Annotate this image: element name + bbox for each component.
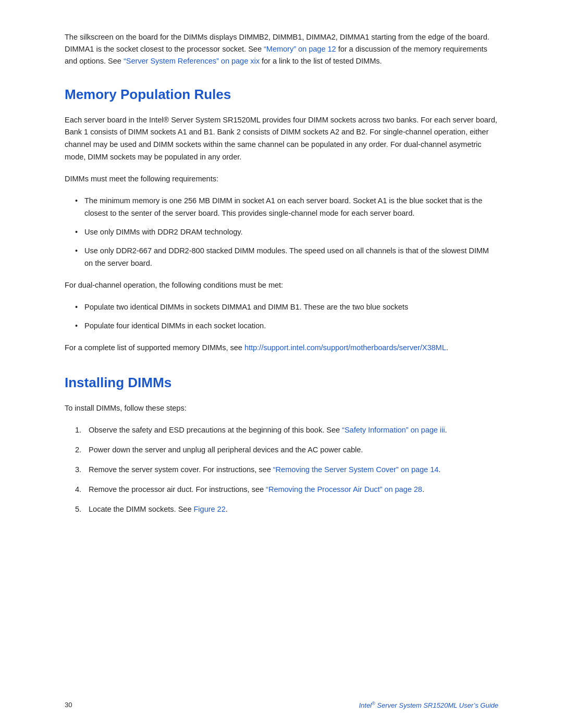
- memory-support-link[interactable]: http://support.intel.com/support/motherb…: [244, 343, 446, 352]
- footer-title: Intel® Server System SR1520ML User’s Gui…: [359, 701, 498, 709]
- server-cover-link[interactable]: “Removing the Server System Cover” on pa…: [273, 465, 439, 474]
- list-item: Remove the processor air duct. For instr…: [75, 484, 498, 496]
- dual-channel-list: Populate two identical DIMMs in sockets …: [75, 301, 498, 332]
- list-item: Remove the server system cover. For inst…: [75, 464, 498, 476]
- list-item: The minimum memory is one 256 MB DIMM in…: [75, 195, 498, 220]
- intro-link-memory[interactable]: “Memory” on page 12: [264, 45, 336, 53]
- page-container: The silkscreen on the board for the DIMM…: [0, 0, 563, 728]
- intro-paragraph: The silkscreen on the board for the DIMM…: [65, 31, 498, 68]
- list-item: Use only DIMMs with DDR2 DRAM technology…: [75, 226, 498, 239]
- requirements-intro: DIMMs must meet the following requiremen…: [65, 173, 498, 186]
- dual-channel-intro: For dual-channel operation, the followin…: [65, 279, 498, 292]
- installing-steps-list: Observe the safety and ESD precautions a…: [75, 424, 498, 516]
- installing-intro: To install DIMMs, follow these steps:: [65, 402, 498, 415]
- intro-link-server-refs[interactable]: “Server System References” on page xix: [124, 57, 260, 65]
- memory-section-heading: Memory Population Rules: [65, 87, 498, 103]
- page-number: 30: [65, 701, 72, 709]
- list-item: Observe the safety and ESD precautions a…: [75, 424, 498, 437]
- figure22-link[interactable]: Figure 22: [193, 505, 225, 513]
- memory-section: Memory Population Rules Each server boar…: [65, 87, 498, 354]
- page-footer: 30 Intel® Server System SR1520ML User’s …: [0, 701, 563, 709]
- air-duct-link[interactable]: “Removing the Processor Air Duct” on pag…: [266, 485, 422, 493]
- requirements-list: The minimum memory is one 256 MB DIMM in…: [75, 195, 498, 270]
- intro-text-end: for a link to the list of tested DIMMs.: [260, 57, 382, 65]
- list-item: Power down the server and unplug all per…: [75, 444, 498, 456]
- memory-paragraph1: Each server board in the Intel® Server S…: [65, 114, 498, 164]
- safety-link[interactable]: “Safety Information” on page iii: [342, 426, 445, 434]
- list-item: Use only DDR2-667 and DDR2-800 stacked D…: [75, 245, 498, 270]
- installing-section-heading: Installing DIMMs: [65, 375, 498, 391]
- list-item: Locate the DIMM sockets. See Figure 22.: [75, 503, 498, 516]
- list-item: Populate four identical DIMMs in each so…: [75, 320, 498, 332]
- memory-link-paragraph: For a complete list of supported memory …: [65, 342, 498, 354]
- installing-section: Installing DIMMs To install DIMMs, follo…: [65, 375, 498, 516]
- list-item: Populate two identical DIMMs in sockets …: [75, 301, 498, 314]
